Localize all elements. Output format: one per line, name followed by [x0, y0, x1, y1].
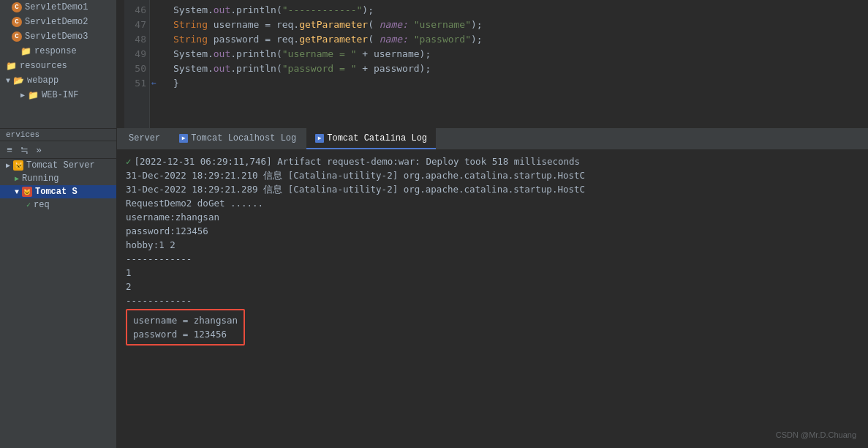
code-line-50: System.out.println("password = " + passw…: [173, 61, 859, 76]
tab-catalina-log[interactable]: ▶ Tomcat Catalina Log: [306, 128, 436, 149]
log-line-3: 31-Dec-2022 18:29:21.289 信息 [Catalina-ut…: [126, 182, 859, 196]
highlighted-line-2: password = 123456: [133, 327, 238, 341]
tomcat-label: Tomcat S: [35, 187, 78, 197]
req-label: req: [34, 200, 50, 210]
sidebar-item-running[interactable]: ▶ Running: [0, 172, 116, 185]
code-line-51: }: [173, 76, 859, 91]
tree-item-servletdemo1[interactable]: C ServletDemo1: [0, 0, 116, 15]
class-icon: C: [12, 31, 22, 42]
panel-tabs: Server ▶ Tomcat Localhost Log ▶ Tomcat C…: [117, 128, 868, 150]
arrow-right-icon: ▶: [20, 91, 25, 100]
sidebar-item-tomcat-server[interactable]: ▶ 🐱 Tomcat Server: [0, 159, 116, 172]
folder-icon: 📁: [28, 90, 39, 101]
tree-item-servletdemo2[interactable]: C ServletDemo2: [0, 15, 116, 29]
line-num-51: 51: [124, 76, 146, 91]
highlighted-line-1: username = zhangsan: [133, 313, 238, 327]
highlighted-output-box: username = zhangsan password = 123456: [126, 309, 245, 346]
localhost-log-label: Tomcat Localhost Log: [191, 133, 296, 143]
folder-icon: 📁: [6, 61, 17, 72]
services-header: ervices: [0, 128, 116, 141]
sidebar-item-req[interactable]: ✓ req: [0, 198, 116, 212]
server-icon: 🐱: [13, 160, 23, 171]
tree-item-webapp[interactable]: ▼ 📂 webapp: [0, 73, 116, 88]
check-icon: ✓: [26, 201, 31, 209]
arrow-right-icon: ▶: [6, 161, 10, 170]
tree-label: webapp: [27, 75, 59, 86]
tree-item-response[interactable]: 📁 response: [0, 44, 116, 59]
toolbar-align-btn1[interactable]: ≡: [3, 143, 16, 157]
line-num-47: 47: [124, 18, 146, 32]
catalina-tab-icon: ▶: [315, 134, 324, 143]
code-editor: 46 47 48 49 50 51 ⇐ System.out.println("…: [117, 0, 868, 128]
watermark: CSDN @Mr.D.Chuang: [776, 428, 856, 442]
sidebar-toolbar: ≡ ≒ »: [0, 141, 116, 159]
bottom-panel: Server ▶ Tomcat Localhost Log ▶ Tomcat C…: [117, 128, 868, 448]
arrow-down-icon: ▼: [15, 188, 19, 196]
class-icon: C: [12, 17, 22, 27]
log-line-5: username:zhangsan: [126, 210, 859, 224]
log-output: ✓ [2022-12-31 06:29:11,746] Artifact req…: [117, 150, 868, 448]
sidebar-item-tomcat[interactable]: ▼ 🐱 Tomcat S: [0, 185, 116, 198]
folder-icon: 📁: [20, 46, 31, 57]
tree-item-servletdemo3[interactable]: C ServletDemo3: [0, 29, 116, 44]
tree-item-webinf[interactable]: ▶ 📁 WEB-INF: [0, 88, 116, 102]
folder-open-icon: 📂: [13, 75, 24, 86]
log-tab-icon: ▶: [179, 134, 188, 143]
top-file-tree: C ServletDemo1 C ServletDemo2 C ServletD…: [0, 0, 116, 128]
code-line-46: System.out.println("------------");: [173, 3, 859, 18]
tab-localhost-log[interactable]: ▶ Tomcat Localhost Log: [170, 128, 305, 149]
arrow-down-icon: ▼: [6, 77, 10, 85]
log-line-10: 2: [126, 280, 859, 294]
toolbar-align-btn2[interactable]: ≒: [18, 143, 31, 157]
log-line-6: password:123456: [126, 224, 859, 238]
log-line-11: ------------: [126, 294, 859, 307]
tomcat-icon: 🐱: [22, 187, 32, 197]
running-label: Running: [22, 173, 59, 184]
check-icon: ✓: [126, 154, 132, 168]
log-line-7: hobby:1 2: [126, 238, 859, 252]
tree-label: WEB-INF: [42, 90, 78, 100]
log-line-4: RequestDemo2 doGet ......: [126, 196, 859, 210]
tree-item-resources[interactable]: 📁 resources: [0, 59, 116, 73]
code-line-48: String password = req.getParameter( name…: [173, 32, 859, 47]
code-line-49: System.out.println("username = " + usern…: [173, 47, 859, 61]
log-line-2: 31-Dec-2022 18:29:21.210 信息 [Catalina-ut…: [126, 168, 859, 182]
log-line-8: ------------: [126, 252, 859, 266]
tomcat-server-label: Tomcat Server: [26, 160, 95, 171]
class-icon: C: [12, 2, 22, 12]
log-line-1: ✓ [2022-12-31 06:29:11,746] Artifact req…: [126, 154, 859, 168]
line-num-48: 48: [124, 32, 146, 47]
tree-label: ServletDemo1: [25, 2, 88, 12]
tree-label: resources: [20, 61, 67, 71]
code-content: System.out.println("------------"); Stri…: [165, 0, 868, 128]
tree-label: ServletDemo2: [25, 17, 88, 27]
line-num-49: 49: [124, 47, 146, 61]
line-num-46: 46: [124, 3, 146, 18]
line-numbers: 46 47 48 49 50 51: [124, 0, 150, 128]
server-tab-label: Server: [129, 133, 160, 143]
log-line-9: 1: [126, 266, 859, 280]
tree-label: ServletDemo3: [25, 31, 88, 42]
log-text: [2022-12-31 06:29:11,746] Artifact reque…: [135, 154, 581, 168]
catalina-log-label: Tomcat Catalina Log: [327, 133, 427, 143]
toolbar-expand-btn[interactable]: »: [32, 143, 45, 157]
services-label: ervices: [6, 130, 39, 139]
run-icon: ▶: [15, 174, 19, 183]
code-line-47: String username = req.getParameter( name…: [173, 18, 859, 32]
services-tree: ▶ 🐱 Tomcat Server ▶ Running ▼ 🐱 Tomcat S…: [0, 159, 116, 448]
tab-server[interactable]: Server: [120, 128, 169, 149]
line-num-50: 50: [124, 61, 146, 76]
tree-label: response: [34, 46, 77, 56]
